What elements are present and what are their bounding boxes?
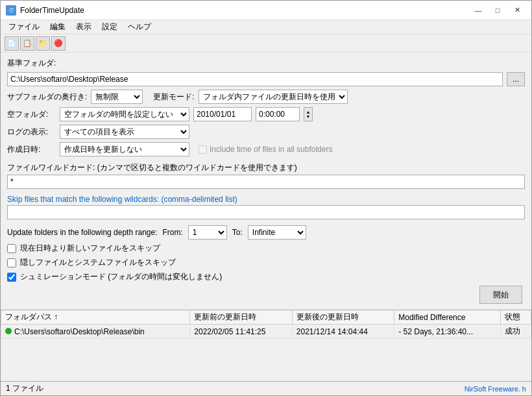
maximize-button[interactable]: □ — [489, 4, 507, 17]
table-scroll[interactable]: フォルダパス ↑ 更新前の更新日時 更新後の更新日時 Modified Diff… — [1, 310, 531, 381]
skip-label: Skip files that match the following wild… — [7, 195, 525, 204]
checkbox1-row: 現在日時より新しいファイルをスキップ — [7, 243, 525, 254]
check2-label: 隠しファイルとシステムファイルをスキップ — [20, 257, 176, 268]
empty-time-input[interactable] — [256, 107, 300, 121]
main-window: ⏱ FolderTimeUpdate — □ ✕ ファイル 編集 表示 設定 ヘ… — [0, 0, 532, 396]
include-time-label: Include time of files in all subfolders — [210, 145, 332, 154]
base-folder-label: 基準フォルダ: — [7, 58, 56, 69]
content-area: 基準フォルダ: ... サブフォルダの奥行き: 無制限 更新モード: フォルダ内… — [1, 53, 531, 310]
toolbar-new[interactable]: 📄 — [5, 36, 19, 51]
skip-newer-checkbox[interactable] — [7, 244, 16, 253]
base-folder-input-row: ... — [7, 72, 525, 86]
log-select[interactable]: すべての項目を表示 — [60, 125, 189, 139]
nirsoft-link[interactable]: NirSoft Freeware. h — [465, 385, 526, 393]
update-mode-label: 更新モード: — [153, 92, 194, 103]
empty-folder-label: 空フォルダ: — [7, 109, 56, 120]
toolbar-copy[interactable]: 📋 — [20, 36, 34, 51]
toolbar-stop[interactable]: 🔴 — [51, 36, 66, 51]
title-controls: — □ ✕ — [469, 4, 526, 17]
col-before[interactable]: 更新前の更新日時 — [190, 310, 292, 325]
subfolder-label: サブフォルダの奥行き: — [7, 92, 87, 103]
created-select[interactable]: 作成日時を更新しない — [60, 142, 189, 156]
cell-diff: - 52 Days, 21:36:40... — [394, 325, 500, 339]
simulation-mode-checkbox[interactable] — [7, 273, 16, 282]
start-btn-row: 開始 — [7, 286, 525, 304]
subfolder-updatemode-row: サブフォルダの奥行き: 無制限 更新モード: フォルダ内ファイルの更新日時を使用 — [7, 90, 525, 104]
close-button[interactable]: ✕ — [508, 4, 526, 17]
skip-input[interactable] — [7, 205, 525, 219]
toolbar-open[interactable]: 📁 — [36, 36, 50, 51]
wildcard-section: ファイルワイルドカード: (カンマで区切ると複数のワイルドカードを使用できます) — [7, 162, 525, 189]
browse-button[interactable]: ... — [507, 72, 525, 86]
menu-help[interactable]: ヘルプ — [123, 21, 156, 33]
check3-label: シュミレーションモード (フォルダの時間は変化しません) — [20, 271, 222, 282]
subfolder-select[interactable]: 無制限 — [91, 90, 143, 104]
col-after[interactable]: 更新後の更新日時 — [292, 310, 394, 325]
cell-after: 2021/12/14 14:04:44 — [292, 325, 394, 339]
menu-bar: ファイル 編集 表示 設定 ヘルプ — [1, 20, 531, 34]
to-select[interactable]: Infinite — [248, 225, 306, 240]
col-status[interactable]: 状態 — [500, 310, 531, 325]
empty-folder-row: 空フォルダ: 空フォルダの時間を設定しない ▲ ▼ — [7, 107, 525, 121]
wildcard-input[interactable] — [7, 175, 525, 189]
menu-edit[interactable]: 編集 — [45, 21, 71, 33]
title-left: ⏱ FolderTimeUpdate — [6, 5, 84, 16]
include-time-checkbox[interactable] — [199, 145, 207, 154]
results-area: フォルダパス ↑ 更新前の更新日時 更新後の更新日時 Modified Diff… — [1, 310, 531, 381]
base-folder-row: 基準フォルダ: — [7, 58, 525, 69]
created-row: 作成日時: 作成日時を更新しない Include time of files i… — [7, 142, 525, 156]
update-mode-select[interactable]: フォルダ内ファイルの更新日時を使用 — [199, 90, 348, 104]
base-folder-input[interactable] — [7, 72, 503, 86]
created-label: 作成日時: — [7, 144, 56, 155]
empty-folder-select[interactable]: 空フォルダの時間を設定しない — [60, 107, 189, 121]
skip-section: Skip files that match the following wild… — [7, 195, 525, 219]
log-label: ログの表示: — [7, 127, 56, 138]
col-diff[interactable]: Modified Difference — [394, 310, 500, 325]
time-spinner[interactable]: ▲ ▼ — [304, 107, 313, 121]
app-icon: ⏱ — [6, 5, 16, 16]
cell-before: 2022/02/05 11:41:25 — [190, 325, 292, 339]
status-bar: 1 ファイル NirSoft Freeware. h — [1, 381, 531, 395]
include-time-container: Include time of files in all subfolders — [199, 145, 332, 154]
checkbox2-row: 隠しファイルとシステムファイルをスキップ — [7, 257, 525, 268]
menu-view[interactable]: 表示 — [71, 21, 97, 33]
log-row: ログの表示: すべての項目を表示 — [7, 125, 525, 139]
checkbox3-row: シュミレーションモード (フォルダの時間は変化しません) — [7, 271, 525, 282]
empty-date-input[interactable] — [193, 107, 252, 121]
results-table: フォルダパス ↑ 更新前の更新日時 更新後の更新日時 Modified Diff… — [1, 310, 531, 339]
window-title: FolderTimeUpdate — [20, 6, 84, 15]
cell-path: C:\Users\softaro\Desktop\Release\bin — [1, 325, 190, 339]
skip-hidden-checkbox[interactable] — [7, 258, 16, 267]
title-bar: ⏱ FolderTimeUpdate — □ ✕ — [1, 1, 531, 20]
check1-label: 現在日時より新しいファイルをスキップ — [20, 243, 160, 254]
from-label: From: — [163, 228, 183, 237]
depth-row: Update folders in the following depth ra… — [7, 225, 525, 240]
minimize-button[interactable]: — — [469, 4, 487, 17]
table-row: C:\Users\softaro\Desktop\Release\bin 202… — [1, 325, 531, 339]
menu-settings[interactable]: 設定 — [97, 21, 123, 33]
toolbar: 📄 📋 📁 🔴 — [1, 34, 531, 53]
file-count: 1 ファイル — [6, 383, 43, 394]
to-label: To: — [232, 228, 243, 237]
depth-label: Update folders in the following depth ra… — [7, 228, 158, 237]
cell-status: 成功 — [500, 325, 531, 339]
menu-file[interactable]: ファイル — [3, 21, 45, 33]
status-dot — [5, 328, 12, 334]
start-button[interactable]: 開始 — [479, 286, 522, 304]
col-path[interactable]: フォルダパス ↑ — [1, 310, 190, 325]
wildcard-label: ファイルワイルドカード: (カンマで区切ると複数のワイルドカードを使用できます) — [7, 162, 525, 173]
from-select[interactable]: 1 — [188, 225, 227, 240]
